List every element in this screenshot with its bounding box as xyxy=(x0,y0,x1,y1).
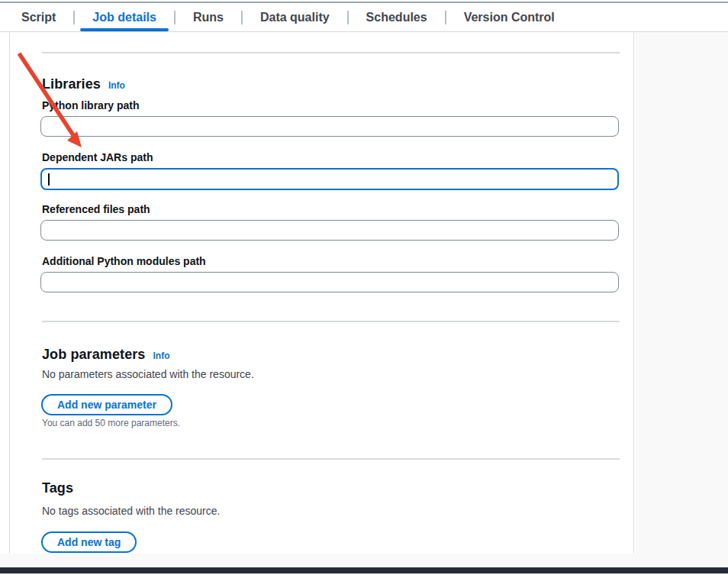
tab-divider xyxy=(241,11,243,24)
page: Script Job details Runs Data quality Sch… xyxy=(0,0,728,575)
job-parameters-info-link[interactable]: Info xyxy=(153,350,169,361)
text-caret xyxy=(48,173,50,186)
python-library-path-input[interactable] xyxy=(40,116,619,137)
section-divider xyxy=(42,321,620,322)
referenced-files-path-input[interactable] xyxy=(40,220,619,241)
tab-bar: Script Job details Runs Data quality Sch… xyxy=(0,3,728,32)
dependent-jars-path-input[interactable] xyxy=(40,168,619,190)
tab-data-quality[interactable]: Data quality xyxy=(248,3,342,32)
tab-divider xyxy=(347,11,349,24)
referenced-files-path-label: Referenced files path xyxy=(42,203,150,215)
section-divider xyxy=(42,458,620,460)
tab-runs[interactable]: Runs xyxy=(181,3,236,32)
job-parameters-helper-text: You can add 50 more parameters. xyxy=(42,418,180,428)
tags-title: Tags xyxy=(42,480,73,496)
tab-version-control[interactable]: Version Control xyxy=(452,3,567,32)
tab-script[interactable]: Script xyxy=(9,3,68,32)
tags-empty-text: No tags associated with the resource. xyxy=(42,505,220,517)
bottom-strip xyxy=(0,554,728,567)
job-details-panel: Libraries Info Python library path Depen… xyxy=(9,32,634,554)
bottom-bar xyxy=(0,567,728,573)
right-gutter xyxy=(635,32,728,567)
libraries-info-link[interactable]: Info xyxy=(108,80,125,91)
libraries-section-header: Libraries Info xyxy=(42,76,125,92)
tab-job-details[interactable]: Job details xyxy=(80,3,169,32)
libraries-title: Libraries xyxy=(42,76,101,92)
tags-section-header: Tags xyxy=(42,480,73,496)
python-library-path-label: Python library path xyxy=(42,99,140,111)
tab-divider xyxy=(73,11,75,24)
tab-divider xyxy=(445,11,446,24)
additional-python-modules-path-input[interactable] xyxy=(40,272,619,292)
tab-divider xyxy=(174,11,176,24)
job-parameters-section-header: Job parameters Info xyxy=(42,347,169,363)
job-parameters-title: Job parameters xyxy=(42,347,145,363)
add-new-tag-button[interactable]: Add new tag xyxy=(41,531,137,553)
job-parameters-empty-text: No parameters associated with the resour… xyxy=(42,368,254,380)
tab-schedules[interactable]: Schedules xyxy=(354,3,440,32)
section-divider xyxy=(42,52,620,53)
additional-python-modules-path-label: Additional Python modules path xyxy=(42,255,206,267)
dependent-jars-path-label: Dependent JARs path xyxy=(42,151,153,163)
add-new-parameter-button[interactable]: Add new parameter xyxy=(41,394,172,415)
